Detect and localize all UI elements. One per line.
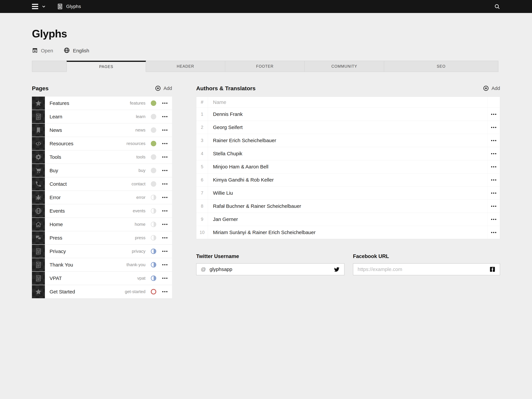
page-row-vpat[interactable]: VPAT vpat <box>32 272 172 285</box>
facebook-label: Facebook URL <box>353 253 500 259</box>
author-row[interactable]: 9Jan Gerner <box>196 213 500 226</box>
author-row[interactable]: 2Georg Seifert <box>196 121 500 134</box>
row-menu-button[interactable] <box>491 178 497 182</box>
add-page-button[interactable]: Add <box>155 85 172 91</box>
twitter-username-input[interactable] <box>209 266 331 272</box>
article-icon <box>32 110 45 123</box>
page-row-home[interactable]: Home home <box>32 218 172 231</box>
author-row[interactable]: 1Dennis Frank <box>196 108 500 121</box>
search-icon[interactable] <box>494 4 500 9</box>
author-number: 5 <box>196 160 208 173</box>
page-slug: tools <box>136 154 146 160</box>
page-slug: resources <box>127 141 146 146</box>
star-icon <box>32 285 45 298</box>
page-row-resources[interactable]: Resources resources <box>32 137 172 150</box>
page-row-get-started[interactable]: Get Started get-started <box>32 285 172 298</box>
circle-plus-icon <box>155 85 161 91</box>
page-row-events[interactable]: Events events <box>32 204 172 217</box>
page-row-press[interactable]: Press press <box>32 231 172 244</box>
row-menu-button[interactable] <box>162 263 168 267</box>
article-icon <box>32 245 45 258</box>
page-row-features[interactable]: Features features <box>32 97 172 110</box>
tab-footer[interactable]: FOOTER <box>225 61 305 72</box>
page-row-title: Learn <box>50 114 62 120</box>
author-row[interactable]: 7Willie Liu <box>196 186 500 200</box>
row-menu-button[interactable] <box>162 115 168 119</box>
author-row[interactable]: 10Miriam Surányi & Rainer Erich Scheiche… <box>196 226 500 239</box>
tab-community[interactable]: COMMUNITY <box>304 61 384 72</box>
row-menu-button[interactable] <box>491 204 497 208</box>
status-dot-draft <box>151 181 156 187</box>
page-slug: home <box>135 222 146 227</box>
open-button[interactable]: Open <box>32 47 53 54</box>
row-menu-button[interactable] <box>162 236 168 240</box>
row-menu-button[interactable] <box>491 165 497 169</box>
status-dot-translated <box>151 275 156 281</box>
page-row-privacy[interactable]: Privacy privacy <box>32 245 172 258</box>
row-menu-button[interactable] <box>162 209 168 213</box>
twitter-icon <box>334 266 340 272</box>
article-icon <box>32 272 45 285</box>
row-menu-button[interactable] <box>162 128 168 132</box>
authors-table-header: # Name <box>196 97 500 108</box>
page-row-news[interactable]: News news <box>32 124 172 137</box>
code-icon <box>32 137 45 150</box>
tab-pages[interactable]: PAGES <box>66 61 146 72</box>
row-menu-button[interactable] <box>162 142 168 146</box>
row-menu-button[interactable] <box>162 155 168 159</box>
row-menu-button[interactable] <box>491 217 497 221</box>
author-row[interactable]: 4Stella Chupik <box>196 147 500 160</box>
language-selector[interactable]: English <box>64 47 89 54</box>
row-menu-button[interactable] <box>162 290 168 294</box>
author-number: 9 <box>196 213 208 226</box>
row-menu-button[interactable] <box>162 182 168 186</box>
open-page-icon <box>32 47 38 54</box>
tab-blank[interactable] <box>32 61 67 72</box>
chevron-down-icon[interactable] <box>42 4 46 9</box>
status-dot-draft <box>151 154 156 160</box>
page-slug: get-started <box>125 289 146 294</box>
author-number: 1 <box>196 108 208 121</box>
page-row-thank-you[interactable]: Thank You thank-you <box>32 258 172 271</box>
page-row-buy[interactable]: Buy buy <box>32 164 172 177</box>
status-dot-partial <box>151 235 156 241</box>
row-menu-button[interactable] <box>491 152 497 156</box>
author-number: 3 <box>196 134 208 147</box>
row-menu-button[interactable] <box>162 196 168 199</box>
globe-icon <box>32 204 45 217</box>
row-menu-button[interactable] <box>162 222 168 226</box>
author-row[interactable]: 5Minjoo Ham & Aaron Bell <box>196 160 500 173</box>
author-name: Minjoo Ham & Aaron Bell <box>208 164 487 170</box>
page-row-contact[interactable]: Contact contact <box>32 177 172 190</box>
author-number: 8 <box>196 200 208 213</box>
author-row[interactable]: 8Rafał Buchner & Rainer Scheichelbauer <box>196 200 500 213</box>
add-author-button[interactable]: Add <box>483 85 500 91</box>
row-menu-button[interactable] <box>491 139 497 142</box>
author-row[interactable]: 6Kimya Gandhi & Rob Keller <box>196 173 500 186</box>
author-row[interactable]: 3Rainer Erich Scheichelbauer <box>196 134 500 147</box>
row-menu-button[interactable] <box>162 169 168 172</box>
tab-seo[interactable]: SEO <box>384 61 498 72</box>
facebook-input-box[interactable] <box>353 263 500 275</box>
row-menu-button[interactable] <box>491 126 497 129</box>
author-name: Dennis Frank <box>208 111 487 117</box>
page-row-learn[interactable]: Learn learn <box>32 110 172 123</box>
page-row-error[interactable]: Error error <box>32 191 172 204</box>
row-menu-button[interactable] <box>491 191 497 195</box>
page-row-title: Features <box>50 101 69 106</box>
status-dot-published <box>151 101 156 106</box>
row-menu-button[interactable] <box>162 249 168 253</box>
author-name: Rainer Erich Scheichelbauer <box>208 138 487 143</box>
page-row-tools[interactable]: Tools tools <box>32 151 172 164</box>
tab-header[interactable]: HEADER <box>146 61 225 72</box>
row-menu-button[interactable] <box>162 276 168 280</box>
row-menu-button[interactable] <box>162 101 168 105</box>
author-number: 4 <box>196 147 208 160</box>
hamburger-menu-icon[interactable] <box>32 4 38 9</box>
cart-icon <box>32 164 45 177</box>
article-icon <box>32 258 45 271</box>
twitter-input-box[interactable]: @ <box>196 263 344 275</box>
row-menu-button[interactable] <box>491 112 497 116</box>
facebook-url-input[interactable] <box>358 266 487 272</box>
row-menu-button[interactable] <box>491 231 497 234</box>
